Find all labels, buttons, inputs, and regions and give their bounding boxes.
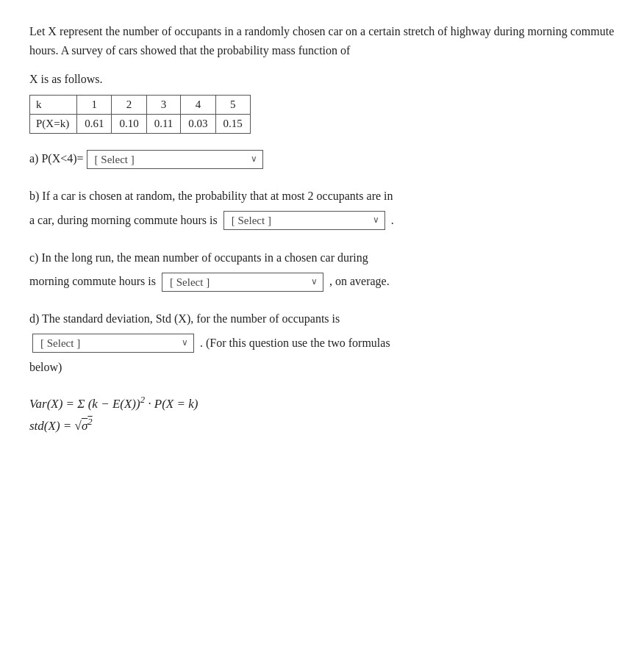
question-b-text-cont: a car, during morning commute hours is xyxy=(29,210,221,231)
table-row-label: P(X=k) xyxy=(30,115,77,134)
question-c-text-before-line2: morning commute hours is xyxy=(29,271,159,292)
table-col-5: 5 xyxy=(215,96,250,115)
table-col-2: 2 xyxy=(112,96,146,115)
question-c: c) In the long run, the mean number of o… xyxy=(29,248,615,293)
table-prob-5: 0.15 xyxy=(215,115,250,134)
table-prob-3: 0.11 xyxy=(146,115,181,134)
question-a-select[interactable]: [ Select ] 0.82 0.71 0.61 0.18 xyxy=(87,150,263,169)
question-d-text-after: . (For this question use the two formula… xyxy=(197,333,390,354)
var-formula: Var(X) = Σ (k − E(X))2 · P(X = k) xyxy=(29,395,615,411)
question-a: a) P(X<4)= [ Select ] 0.82 0.71 0.61 0.1… xyxy=(29,148,615,170)
question-d-below: below) xyxy=(29,357,62,378)
table-header-k: k xyxy=(30,96,77,115)
table-col-3: 3 xyxy=(146,96,181,115)
x-follows-label: X is as follows. xyxy=(29,73,615,86)
question-c-text-before-line1: c) In the long run, the mean number of o… xyxy=(29,248,368,269)
std-formula: std(X) = √σ2 xyxy=(29,417,615,434)
intro-paragraph: Let X represent the number of occupants … xyxy=(29,22,615,60)
formulas-section: Var(X) = Σ (k − E(X))2 · P(X = k) std(X)… xyxy=(29,395,615,434)
question-d: d) The standard deviation, Std (X), for … xyxy=(29,309,615,378)
probability-table: k 1 2 3 4 5 P(X=k) 0.61 0.10 0.11 0.03 0… xyxy=(29,95,251,134)
question-b: b) If a car is chosen at random, the pro… xyxy=(29,186,615,231)
question-c-text-after: , on average. xyxy=(326,271,390,292)
question-c-select[interactable]: [ Select ] 1.93 2.00 1.82 2.10 xyxy=(162,273,323,292)
question-b-select[interactable]: [ Select ] 0.71 0.82 0.61 0.10 xyxy=(223,211,385,230)
table-col-1: 1 xyxy=(77,96,112,115)
question-b-text-before: b) If a car is chosen at random, the pro… xyxy=(29,186,393,207)
table-col-4: 4 xyxy=(181,96,215,115)
question-a-label: a) P(X<4)= xyxy=(29,148,84,170)
table-prob-4: 0.03 xyxy=(181,115,215,134)
question-d-select[interactable]: [ Select ] 1.23 1.50 1.10 1.41 xyxy=(32,334,194,353)
table-prob-2: 0.10 xyxy=(112,115,146,134)
table-prob-1: 0.61 xyxy=(77,115,112,134)
question-b-text-after: . xyxy=(388,210,394,231)
question-d-text-before: d) The standard deviation, Std (X), for … xyxy=(29,309,340,330)
